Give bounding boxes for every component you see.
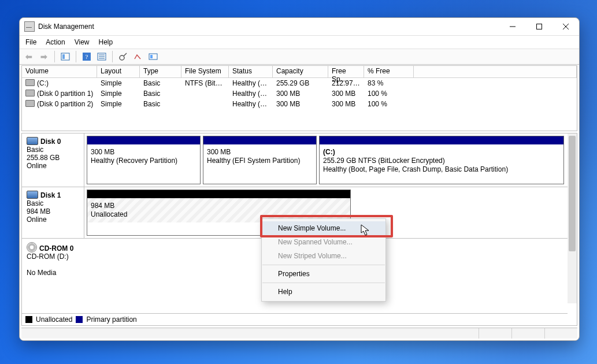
col-status[interactable]: Status [229,66,273,77]
hard-disk-icon [27,191,38,199]
scrollbar-thumb[interactable] [569,136,576,251]
legend-label-unallocated: Unallocated [36,315,72,324]
cell-type: Basic [140,100,181,108]
window-title: Disk Management [38,23,94,31]
status-bar [21,328,577,339]
col-spacer [414,66,577,77]
table-row[interactable]: (Disk 0 partition 1) Simple Basic Health… [22,88,577,99]
disk-size: 255.88 GB [27,154,60,162]
volume-list-header: Volume Layout Type File System Status Ca… [22,66,577,78]
context-menu: New Simple Volume... New Spanned Volume.… [261,218,386,302]
volume-name: (Disk 0 partition 2) [37,100,93,108]
settings-button[interactable] [131,50,145,64]
col-capacity[interactable]: Capacity [273,66,328,77]
svg-line-13 [124,53,127,56]
cell-status: Healthy (E... [229,100,273,108]
close-button[interactable] [552,18,579,35]
statusbar-segment [479,328,511,339]
legend-swatch-primary [76,316,83,323]
statusbar-segment [544,328,577,339]
refresh-button[interactable] [116,50,130,64]
cell-free: 300 MB [328,90,364,98]
table-row[interactable]: (Disk 0 partition 2) Simple Basic Health… [22,99,577,109]
volume-name: (C:) [37,79,49,87]
col-filesystem[interactable]: File System [181,66,229,77]
disk-row-disk0: Disk 0 Basic 255.88 GB Online 300 MB Hea… [22,133,568,187]
forward-button[interactable]: ➡ [37,50,51,64]
hard-disk-icon [27,137,38,145]
disk-state: Online [27,162,47,170]
disk-label[interactable]: Disk 1 Basic 984 MB Online [22,187,84,238]
partition-label: (C:) [323,148,335,156]
svg-rect-5 [62,54,65,59]
partition-status: Unallocated [91,210,347,219]
cell-percent-free: 83 % [364,79,414,87]
cell-capacity: 300 MB [273,90,328,98]
menu-bar: File Action View Help [20,36,579,49]
disk-state: Online [27,216,47,224]
title-bar[interactable]: Disk Management [20,18,579,36]
partition-c-drive[interactable]: (C:) 255.29 GB NTFS (BitLocker Encrypted… [319,136,564,184]
menu-item-new-spanned-volume: New Spanned Volume... [262,235,385,249]
cdrom-drive: CD-ROM (D:) [27,252,69,261]
cdrom-icon [27,242,37,252]
cell-layout: Simple [97,79,140,87]
menu-item-new-simple-volume[interactable]: New Simple Volume... [262,221,385,235]
menu-item-help[interactable]: Help [262,285,385,299]
disk-type: Basic [27,199,43,207]
menu-file[interactable]: File [25,38,36,46]
app-icon [24,21,35,32]
cell-layout: Simple [97,100,140,108]
legend-label-primary: Primary partition [86,315,136,324]
volume-icon [25,90,35,96]
cell-layout: Simple [97,90,140,98]
col-volume[interactable]: Volume [22,66,97,77]
menu-item-properties[interactable]: Properties [262,267,385,281]
partition-size: 300 MB [91,148,196,157]
partition-status: Healthy (EFI System Partition) [207,157,313,165]
partition-recovery[interactable]: 300 MB Healthy (Recovery Partition) [87,136,201,184]
maximize-button[interactable] [526,18,552,35]
table-row[interactable]: (C:) Simple Basic NTFS (BitLo... Healthy… [22,78,577,88]
disk-label[interactable]: Disk 0 Basic 255.88 GB Online [22,133,84,187]
cell-type: Basic [140,90,181,98]
legend: Unallocated Primary partition [22,313,568,325]
vertical-scrollbar[interactable] [568,133,577,303]
disk-type: Basic [27,146,43,154]
disk-name: Disk 1 [40,191,61,199]
partition-status: Healthy (Boot, Page File, Crash Dump, Ba… [323,165,508,173]
cell-capacity: 300 MB [273,100,328,108]
toolbar: ⬅ ➡ ? [20,49,579,65]
col-free-space[interactable]: Free Sp [328,66,364,77]
cell-type: Basic [140,79,181,87]
menu-help[interactable]: Help [99,38,113,46]
menu-action[interactable]: Action [46,38,65,46]
help-button[interactable]: ? [80,50,94,64]
cdrom-state: No Media [27,269,56,277]
svg-point-12 [120,55,124,60]
minimize-button[interactable] [499,18,526,35]
svg-rect-15 [150,55,153,58]
action-list-button[interactable] [95,50,109,64]
cell-status: Healthy (B... [229,79,273,87]
volume-icon [25,100,35,107]
cell-fs: NTFS (BitLo... [181,79,229,87]
show-hide-console-tree-button[interactable] [58,50,72,64]
volume-list[interactable]: Volume Layout Type File System Status Ca… [21,65,577,131]
menu-view[interactable]: View [75,38,90,46]
col-layout[interactable]: Layout [97,66,140,77]
volume-name: (Disk 0 partition 1) [37,90,93,98]
back-button[interactable]: ⬅ [22,50,36,64]
partition-efi[interactable]: 300 MB Healthy (EFI System Partition) [203,136,317,184]
svg-rect-1 [537,24,542,29]
more-actions-button[interactable] [146,50,160,64]
cell-free: 300 MB [328,100,364,108]
disk-size: 984 MB [27,207,50,216]
cell-capacity: 255.29 GB [273,79,328,87]
col-percent-free[interactable]: % Free [364,66,414,77]
cell-free: 212.97 GB [328,79,364,87]
legend-swatch-unallocated [25,316,32,323]
partition-size: 300 MB [207,148,313,157]
col-type[interactable]: Type [140,66,181,77]
cell-percent-free: 100 % [364,100,414,108]
